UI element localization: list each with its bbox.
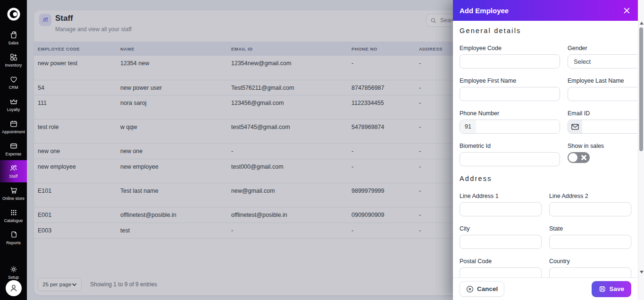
drawer-header: Add Employee xyxy=(453,0,638,21)
first-name-input[interactable] xyxy=(460,87,560,101)
sidebar-item-reports[interactable]: Reports xyxy=(0,227,27,249)
field-employee-code: Employee Code xyxy=(460,45,560,69)
scrollbar-thumb[interactable] xyxy=(639,27,643,151)
drawer-scrollbar xyxy=(638,0,644,300)
sidebar-item-inventory[interactable]: Inventory xyxy=(0,49,27,71)
field-postal-code: Postal Code xyxy=(460,258,542,277)
field-phone: Phone Number 91 xyxy=(460,110,560,134)
email-label: Email ID xyxy=(568,110,638,117)
close-button[interactable] xyxy=(622,6,631,15)
employee-code-input[interactable] xyxy=(460,54,560,69)
close-icon xyxy=(623,7,630,14)
sidebar-item-label: Setup xyxy=(8,275,19,280)
field-line-address-1: Line Address 1 xyxy=(460,193,542,216)
sidebar-item-label: Reports xyxy=(6,240,20,245)
phone-input[interactable] xyxy=(476,120,560,133)
drawer-footer: Cancel Save xyxy=(453,277,638,300)
section-title-general: General details xyxy=(460,27,631,34)
show-in-sales-toggle[interactable] xyxy=(568,152,590,163)
crown-icon xyxy=(9,97,18,106)
cancel-button[interactable]: Cancel xyxy=(460,281,504,297)
postal-code-input[interactable] xyxy=(460,267,542,277)
country-label: Country xyxy=(549,258,631,265)
scrollbar-up-arrow[interactable] xyxy=(638,22,644,25)
reports-doc-icon xyxy=(9,231,18,239)
toggle-knob xyxy=(569,153,577,162)
field-country: Country xyxy=(549,258,631,277)
phone-label: Phone Number xyxy=(460,110,560,117)
postal-code-label: Postal Code xyxy=(460,258,542,265)
line-address-1-input[interactable] xyxy=(460,202,542,216)
save-button-label: Save xyxy=(609,285,624,292)
user-avatar[interactable] xyxy=(6,280,22,296)
sidebar-item-crm[interactable]: CRM xyxy=(0,71,27,94)
scrollbar-down-arrow[interactable] xyxy=(638,271,644,274)
field-show-in-sales: Show in sales xyxy=(568,143,638,166)
sidebar-item-label: Online store xyxy=(2,196,25,201)
phone-prefix: 91 xyxy=(460,120,476,133)
field-first-name: Employee First Name xyxy=(460,77,560,101)
app-logo-icon xyxy=(6,6,22,22)
email-input[interactable] xyxy=(582,120,638,133)
sidebar-item-sales[interactable]: Sales xyxy=(0,27,27,49)
sidebar-item-label: Catalogue xyxy=(4,218,23,223)
sidebar-item-expense[interactable]: Expense xyxy=(0,138,27,160)
sidebar-item-label: Staff xyxy=(9,174,18,179)
add-employee-drawer: Add Employee General details Employee Co… xyxy=(453,0,644,300)
staff-people-icon xyxy=(9,164,18,172)
line-address-2-label: Line Address 2 xyxy=(549,193,631,199)
first-name-label: Employee First Name xyxy=(460,77,560,84)
sidebar-item-label: Appointment xyxy=(2,129,25,134)
heart-icon xyxy=(9,75,18,84)
drawer-body: General details Employee Code Gender Sel… xyxy=(453,21,638,277)
card-icon xyxy=(9,142,18,150)
sidebar-item-label: Sales xyxy=(8,41,19,45)
circle-x-icon xyxy=(466,285,474,293)
state-label: State xyxy=(549,225,631,232)
employee-code-label: Employee Code xyxy=(460,45,560,51)
show-in-sales-label: Show in sales xyxy=(568,143,638,149)
calendar-icon xyxy=(9,120,18,128)
biometric-label: Biometric Id xyxy=(460,143,560,149)
gender-select[interactable]: Select xyxy=(568,54,638,69)
cart-icon xyxy=(9,186,18,195)
field-biometric: Biometric Id xyxy=(460,143,560,166)
gender-select-value: Select xyxy=(574,58,591,65)
field-city: City xyxy=(460,225,542,249)
field-line-address-2: Line Address 2 xyxy=(549,193,631,216)
person-icon xyxy=(8,283,19,293)
save-button[interactable]: Save xyxy=(592,281,631,297)
line-address-1-label: Line Address 1 xyxy=(460,193,542,199)
field-email: Email ID xyxy=(568,110,638,134)
sidebar-item-label: Expense xyxy=(6,152,22,156)
gender-label: Gender xyxy=(568,45,638,51)
sidebar: Sales Inventory CRM Loyalty Appointment … xyxy=(0,0,27,300)
last-name-label: Employee Last Name xyxy=(568,77,638,84)
sidebar-item-staff[interactable]: Staff xyxy=(0,160,27,182)
field-state: State xyxy=(549,225,631,249)
grid-dots-icon xyxy=(9,208,18,217)
country-input[interactable] xyxy=(549,267,631,277)
sidebar-item-label: Inventory xyxy=(5,63,22,68)
toggle-off-x-icon xyxy=(581,154,587,163)
sales-bag-icon xyxy=(9,31,18,39)
sidebar-item-catalogue[interactable]: Catalogue xyxy=(0,205,27,227)
sidebar-item-label: Loyalty xyxy=(7,107,20,112)
sidebar-item-online-store[interactable]: Online store xyxy=(0,182,27,205)
email-icon-segment xyxy=(568,120,582,133)
field-last-name: Employee Last Name xyxy=(568,77,638,101)
state-input[interactable] xyxy=(549,235,631,249)
cancel-button-label: Cancel xyxy=(477,285,498,292)
field-gender: Gender Select xyxy=(568,45,638,69)
city-input[interactable] xyxy=(460,235,542,249)
line-address-2-input[interactable] xyxy=(549,202,631,216)
mail-icon xyxy=(571,124,579,130)
sidebar-item-appointment[interactable]: Appointment xyxy=(0,116,27,138)
drawer-title: Add Employee xyxy=(460,7,509,15)
sidebar-item-label: CRM xyxy=(9,85,18,90)
city-label: City xyxy=(460,225,542,232)
last-name-input[interactable] xyxy=(568,87,638,101)
sidebar-item-loyalty[interactable]: Loyalty xyxy=(0,94,27,116)
gear-icon xyxy=(9,265,18,274)
biometric-input[interactable] xyxy=(460,152,560,166)
